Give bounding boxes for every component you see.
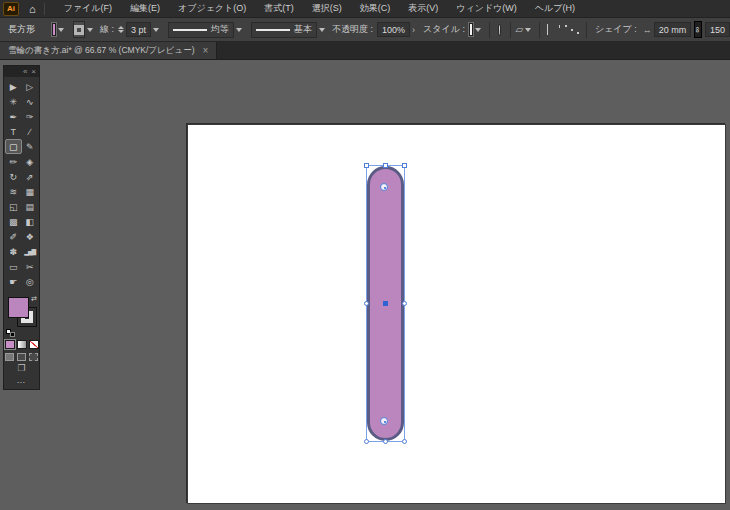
menu-type[interactable]: 書式(T): [257, 0, 301, 18]
chevron-down-icon[interactable]: [525, 28, 531, 32]
artboard-tool[interactable]: ▭: [5, 259, 22, 274]
paintbrush-tool[interactable]: ✎: [22, 139, 39, 154]
hand-tool[interactable]: ☛: [5, 274, 22, 289]
shape-height-field[interactable]: 150: [705, 22, 730, 37]
opacity-field[interactable]: 100%: [377, 22, 410, 37]
shape-center-point[interactable]: [383, 301, 388, 306]
mesh-tool[interactable]: ▩: [5, 214, 22, 229]
default-fill-stroke-icon[interactable]: [6, 329, 15, 337]
gradient-button[interactable]: [17, 340, 27, 349]
corner-radius-widget-top[interactable]: [380, 183, 388, 191]
shape-width-field[interactable]: 20 mm: [654, 22, 692, 37]
stroke-weight-stepper[interactable]: [118, 26, 124, 33]
align-right-icon[interactable]: [558, 24, 560, 35]
chevron-down-icon[interactable]: [58, 28, 64, 32]
eraser-tool[interactable]: ◈: [22, 154, 39, 169]
align-left-icon[interactable]: [546, 24, 548, 35]
none-button[interactable]: [29, 340, 39, 349]
handle-middle-left[interactable]: [364, 301, 369, 306]
rotate-tool[interactable]: ↻: [5, 169, 22, 184]
color-button[interactable]: [5, 340, 15, 349]
fill-proxy[interactable]: [8, 297, 29, 318]
selection-bounding-box[interactable]: [367, 166, 404, 441]
illustrator-logo-icon[interactable]: Ai: [3, 2, 19, 16]
gradient-tool[interactable]: ◧: [22, 214, 39, 229]
align-bottom-icon[interactable]: [577, 24, 579, 35]
draw-inside-icon[interactable]: [29, 353, 38, 361]
pencil-tool[interactable]: ✏: [5, 154, 22, 169]
chevron-down-icon[interactable]: [236, 28, 242, 32]
menu-object[interactable]: オブジェクト(O): [171, 0, 253, 18]
brush-definition-dropdown[interactable]: 基本: [251, 22, 317, 38]
artboard[interactable]: [187, 124, 726, 504]
handle-middle-right[interactable]: [402, 301, 407, 306]
magic-wand-tool[interactable]: ✳: [5, 94, 22, 109]
selection-tool[interactable]: ▶: [5, 79, 22, 94]
canvas-area[interactable]: « × ▶ ▷ ✳ ∿ ✒ ✑ T ∕ ▢ ✎ ✏ ◈ ↻ ⇗ ≋ ▦ ◱: [0, 60, 730, 510]
menu-effect[interactable]: 効果(C): [353, 0, 398, 18]
chevron-down-icon[interactable]: [475, 28, 481, 32]
chevron-down-icon[interactable]: [153, 28, 159, 32]
symbol-sprayer-tool[interactable]: ✽: [5, 244, 22, 259]
document-tab[interactable]: 雪輪の書き方.ai* @ 66.67 % (CMYK/プレビュー) ×: [0, 42, 217, 59]
align-center-icon[interactable]: [552, 24, 554, 35]
close-panel-icon[interactable]: ×: [31, 67, 36, 76]
menu-file[interactable]: ファイル(F): [57, 0, 119, 18]
align-middle-icon[interactable]: [571, 24, 573, 35]
pen-tool[interactable]: ✒: [5, 109, 22, 124]
style-swatch[interactable]: [469, 23, 473, 36]
handle-bottom-right[interactable]: [402, 439, 407, 444]
handle-top-center[interactable]: [383, 163, 388, 168]
shape-builder-tool[interactable]: ◱: [5, 199, 22, 214]
lasso-tool[interactable]: ∿: [22, 94, 39, 109]
menu-window[interactable]: ウィンドウ(W): [449, 0, 524, 18]
chevron-down-icon[interactable]: [319, 28, 325, 32]
width-tool[interactable]: ≋: [5, 184, 22, 199]
menu-edit[interactable]: 編集(E): [123, 0, 167, 18]
eyedropper-tool[interactable]: ✐: [5, 229, 22, 244]
chevron-down-icon[interactable]: [87, 28, 93, 32]
blend-tool[interactable]: ❖: [22, 229, 39, 244]
tool-panel: « × ▶ ▷ ✳ ∿ ✒ ✑ T ∕ ▢ ✎ ✏ ◈ ↻ ⇗ ≋ ▦ ◱: [3, 65, 40, 390]
tool-panel-header[interactable]: « ×: [4, 66, 39, 77]
column-graph-tool[interactable]: ▂▅▇: [22, 244, 39, 259]
curvature-tool[interactable]: ✑: [22, 109, 39, 124]
separator: [44, 3, 45, 15]
direct-selection-tool[interactable]: ▷: [22, 79, 39, 94]
home-icon[interactable]: ⌂: [29, 3, 36, 15]
close-icon[interactable]: ×: [202, 45, 208, 56]
collapse-panel-icon[interactable]: «: [23, 67, 27, 76]
zoom-tool[interactable]: ◎: [22, 274, 39, 289]
select-similar-icon[interactable]: ▱: [516, 24, 524, 35]
handle-top-left[interactable]: [364, 163, 369, 168]
recolor-artwork-icon[interactable]: [498, 24, 502, 36]
drawing-mode-buttons: [4, 353, 39, 361]
align-top-icon[interactable]: [565, 24, 567, 35]
type-tool[interactable]: T: [5, 124, 22, 139]
menu-help[interactable]: ヘルプ(H): [528, 0, 582, 18]
slice-tool[interactable]: ✂: [22, 259, 39, 274]
swap-fill-stroke-icon[interactable]: ⇄: [31, 295, 37, 303]
draw-normal-icon[interactable]: [5, 353, 14, 361]
link-dimensions-icon[interactable]: ∞: [694, 21, 702, 38]
fill-color-swatch[interactable]: [52, 23, 56, 36]
stroke-weight-field[interactable]: 3 pt: [126, 22, 151, 37]
scale-tool[interactable]: ⇗: [22, 169, 39, 184]
stroke-color-swatch[interactable]: [73, 21, 85, 38]
change-screen-mode-icon[interactable]: ❐: [4, 364, 39, 373]
corner-radius-widget-bottom[interactable]: [380, 417, 388, 425]
perspective-grid-tool[interactable]: ▤: [22, 199, 39, 214]
opacity-submenu-icon[interactable]: ›: [412, 25, 415, 35]
menu-select[interactable]: 選択(S): [305, 0, 349, 18]
variable-width-profile-dropdown[interactable]: 均等: [168, 22, 234, 38]
handle-bottom-center[interactable]: [383, 439, 388, 444]
line-segment-tool[interactable]: ∕: [22, 124, 39, 139]
free-transform-tool[interactable]: ▦: [22, 184, 39, 199]
rectangle-tool[interactable]: ▢: [5, 139, 22, 154]
handle-top-right[interactable]: [402, 163, 407, 168]
draw-behind-icon[interactable]: [17, 353, 26, 361]
edit-toolbar-icon[interactable]: …: [4, 376, 39, 385]
fill-stroke-indicator: ⇄: [4, 295, 39, 337]
handle-bottom-left[interactable]: [364, 439, 369, 444]
menu-view[interactable]: 表示(V): [401, 0, 445, 18]
